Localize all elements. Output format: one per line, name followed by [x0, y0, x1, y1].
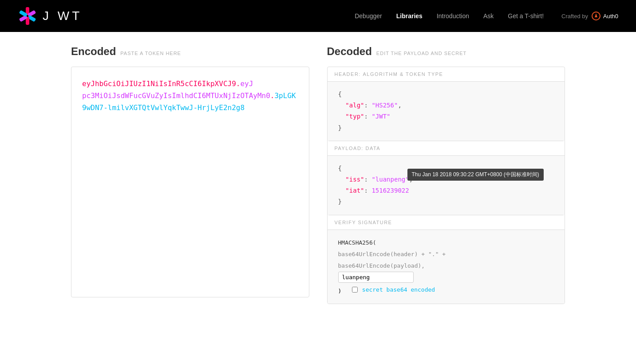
base64-checkbox-row[interactable]: secret base64 encoded: [352, 284, 435, 296]
logo[interactable]: J WT: [18, 6, 82, 26]
token-header-part: eyJhbGciOiJIUzI1NiIsInR5cCI6IkpXVCJ9: [82, 79, 236, 88]
navbar: J WT Debugger Libraries Introduction Ask…: [0, 0, 636, 32]
decoded-subtitle: EDIT THE PAYLOAD AND SECRET: [376, 51, 466, 56]
crafted-by: Crafted by Auth0: [561, 12, 618, 20]
encoded-subtitle: PASTE A TOKEN HERE: [120, 51, 181, 56]
nav-introduction[interactable]: Introduction: [437, 12, 469, 20]
decoded-title: Decoded: [327, 45, 372, 58]
nav-debugger[interactable]: Debugger: [355, 12, 382, 20]
auth0-icon: [592, 12, 600, 20]
close-paren: ): [338, 287, 342, 294]
payload-section: PAYLOAD: DATA { "iss": "luanpeng", "iat"…: [328, 141, 565, 215]
nav-libraries[interactable]: Libraries: [396, 12, 423, 20]
secret-input[interactable]: [338, 272, 414, 283]
token-input[interactable]: eyJhbGciOiJIUzI1NiIsInR5cCI6IkpXVCJ9.eyJ…: [71, 67, 309, 297]
token-dot1: .: [236, 79, 241, 88]
verify-section: VERIFY SIGNATURE HMACSHA256( base64UrlEn…: [328, 215, 565, 304]
decoded-header: Decoded EDIT THE PAYLOAD AND SECRET: [327, 45, 565, 59]
encoded-header: Encoded PASTE A TOKEN HERE: [71, 45, 309, 59]
nav-tshirt[interactable]: Get a T-shirt!: [508, 12, 544, 20]
payload-section-body: { "iss": "luanpeng", "iat": 1516239022 }: [328, 156, 565, 215]
decoded-wrapper: HEADER: ALGORITHM & TOKEN TYPE { "alg": …: [327, 67, 565, 304]
header-section-title: HEADER: ALGORITHM & TOKEN TYPE: [328, 67, 565, 82]
decoded-panel: Decoded EDIT THE PAYLOAD AND SECRET HEAD…: [327, 45, 565, 351]
base64-label: secret base64 encoded: [362, 284, 435, 296]
encoded-panel: Encoded PASTE A TOKEN HERE eyJhbGciOiJIU…: [71, 45, 327, 351]
encoded-title: Encoded: [71, 45, 116, 58]
header-section: HEADER: ALGORITHM & TOKEN TYPE { "alg": …: [328, 67, 565, 141]
iat-value: 1516239022: [371, 187, 409, 194]
base64-checkbox[interactable]: [352, 287, 358, 293]
verify-section-body: HMACSHA256( base64UrlEncode(header) + ".…: [328, 230, 565, 304]
payload-section-title: PAYLOAD: DATA: [328, 141, 565, 156]
header-section-body: { "alg": "HS256", "typ": "JWT" }: [328, 82, 565, 141]
nav-links: Debugger Libraries Introduction Ask Get …: [355, 12, 544, 20]
iat-tooltip: Thu Jan 18 2018 09:30:22 GMT+0800 (中国标准时…: [407, 169, 544, 181]
nav-ask[interactable]: Ask: [483, 12, 494, 20]
verify-section-title: VERIFY SIGNATURE: [328, 215, 565, 230]
logo-text: J WT: [43, 9, 82, 23]
jwt-logo-icon: [18, 6, 37, 26]
auth0-badge[interactable]: Auth0: [592, 12, 618, 20]
main-content: Encoded PASTE A TOKEN HERE eyJhbGciOiJIU…: [0, 32, 636, 364]
